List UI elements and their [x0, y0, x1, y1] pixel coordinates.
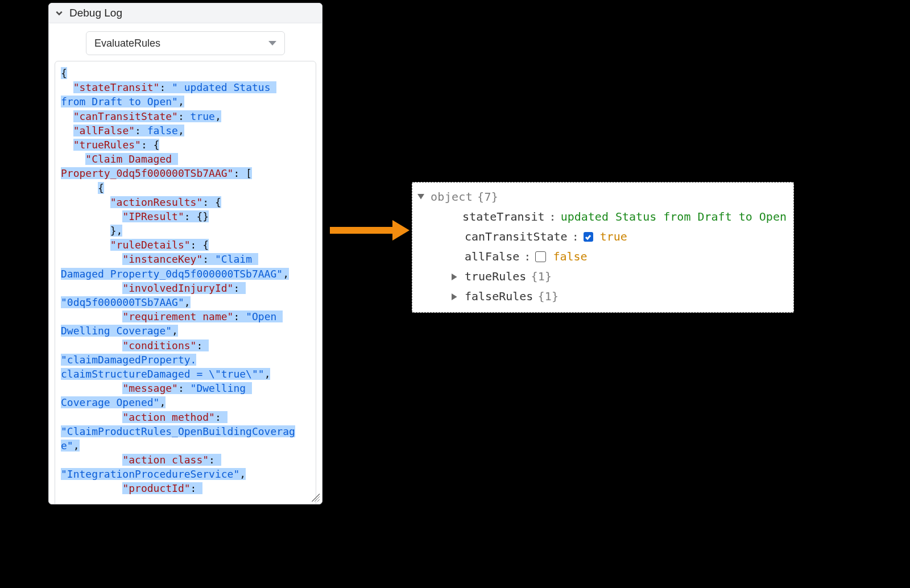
json-token: , — [178, 125, 184, 136]
json-token: , — [159, 396, 166, 408]
json-token: "IPResult" — [122, 210, 184, 222]
json-token: "stateTransit" — [73, 81, 160, 93]
tree-row[interactable]: stateTransit : updated Status from Draft… — [416, 207, 787, 227]
scope-select[interactable]: EvaluateRules — [86, 31, 285, 55]
checkbox-checked-icon — [584, 232, 593, 242]
panel-title: Debug Log — [69, 7, 122, 19]
json-token — [61, 482, 122, 494]
tree-key: trueRules — [465, 267, 526, 287]
json-token: "productId" — [122, 482, 190, 494]
json-token: "action method" — [122, 411, 215, 423]
json-token: "IntegrationProcedureService" — [61, 468, 239, 480]
tree-key: stateTransit — [462, 207, 545, 227]
json-token — [61, 210, 122, 222]
debug-log-panel: Debug Log EvaluateRules { "stateTransit"… — [48, 3, 322, 504]
json-token: "action class" — [122, 454, 209, 466]
tree-root-row[interactable]: object {7} — [416, 187, 787, 207]
json-token: : { — [191, 239, 209, 251]
json-token: { — [61, 67, 67, 79]
json-token — [61, 382, 122, 394]
tree-row[interactable]: canTransitState : true — [416, 227, 787, 247]
tree-value: false — [553, 247, 587, 267]
tree-value: updated Status from Draft to Open — [561, 207, 787, 227]
arrow-icon — [330, 222, 410, 239]
json-token: : — [178, 382, 191, 394]
select-row: EvaluateRules — [49, 23, 322, 61]
json-token: : {} — [184, 210, 209, 222]
json-token: }, — [110, 225, 123, 237]
json-token: : — [209, 454, 221, 466]
json-token: "canTransitState" — [73, 110, 178, 122]
json-token: "Open — [246, 310, 283, 322]
json-token — [61, 196, 110, 208]
json-token: "claimDamagedProperty. — [61, 354, 196, 366]
json-token: , — [73, 440, 80, 452]
tree-value: {1} — [531, 267, 552, 287]
json-token: "conditions" — [122, 339, 196, 351]
json-tree-panel: object {7} stateTransit : updated Status… — [412, 182, 794, 313]
tree-row[interactable]: allFalse : false — [416, 247, 787, 267]
json-token: claimStructureDamaged = \"true\"" — [61, 368, 264, 380]
caret-down-icon — [268, 41, 276, 45]
json-token — [61, 253, 122, 265]
json-token: Coverage Opened" — [61, 396, 159, 408]
json-token: : { — [202, 196, 221, 208]
json-token: false — [147, 125, 178, 136]
json-box-wrap: { "stateTransit": " updated Status from … — [49, 61, 322, 504]
svg-marker-0 — [417, 194, 424, 200]
json-token: : [ — [233, 167, 252, 179]
tree-key: allFalse — [465, 247, 519, 267]
json-token — [61, 411, 122, 423]
json-token: "actionResults" — [110, 196, 203, 208]
tree-root-count: {7} — [477, 187, 498, 207]
caret-right-icon[interactable] — [450, 274, 460, 280]
json-token: "Dwelling — [191, 382, 252, 394]
tree-row[interactable]: falseRules{1} — [416, 287, 787, 307]
json-token — [61, 153, 85, 165]
json-token: , — [264, 368, 271, 380]
json-token — [61, 225, 110, 237]
json-token — [61, 454, 122, 466]
json-token: Property_0dq5f000000TSb7AAG" — [61, 167, 233, 179]
json-output[interactable]: { "stateTransit": " updated Status from … — [55, 61, 316, 504]
json-token: : — [135, 125, 147, 136]
json-token: , — [184, 296, 191, 308]
resize-grip-icon[interactable] — [311, 492, 320, 502]
json-token: : — [233, 310, 246, 322]
json-token: : — [215, 411, 228, 423]
json-token — [61, 110, 73, 122]
json-token: "involvedInjuryId" — [122, 282, 233, 294]
json-token — [61, 239, 110, 251]
json-token: "requirement name" — [122, 310, 233, 322]
json-token: : — [178, 110, 191, 122]
caret-down-icon[interactable] — [416, 194, 426, 201]
json-token: "trueRules" — [73, 139, 141, 151]
tree-row[interactable]: trueRules{1} — [416, 267, 787, 287]
tree-root-label: object — [431, 187, 473, 207]
json-token: " updated Status — [172, 81, 276, 93]
json-token — [61, 282, 122, 294]
checkbox-unchecked-icon — [535, 251, 546, 262]
json-token: "instanceKey" — [122, 253, 202, 265]
json-token: : { — [141, 139, 160, 151]
json-token: : — [191, 482, 203, 494]
arrow-head — [392, 220, 410, 241]
json-token — [61, 125, 73, 136]
arrow-shaft — [330, 227, 392, 234]
tree-key: falseRules — [465, 287, 533, 307]
tree-value: true — [600, 227, 627, 247]
json-token: : — [196, 339, 209, 351]
json-token — [61, 310, 122, 322]
tree-key: canTransitState — [465, 227, 568, 247]
json-token: , — [239, 468, 246, 480]
json-token: "message" — [122, 382, 178, 394]
chevron-down-icon — [55, 9, 64, 18]
panel-header[interactable]: Debug Log — [49, 3, 322, 23]
caret-right-icon[interactable] — [450, 293, 460, 300]
tree-colon: : — [524, 247, 531, 267]
json-token: : — [159, 81, 172, 93]
json-token: true — [191, 110, 215, 122]
json-token — [61, 139, 73, 151]
json-token: : — [233, 282, 246, 294]
json-token: e" — [61, 440, 73, 452]
